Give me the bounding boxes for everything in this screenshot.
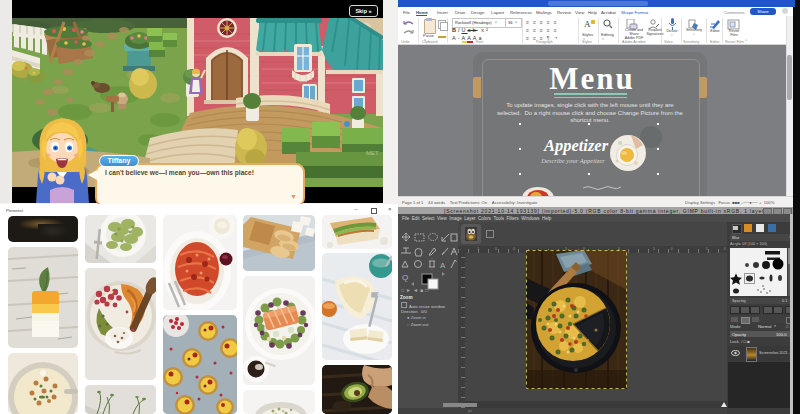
svg-text:A: A <box>440 261 446 270</box>
svg-text:Q: Q <box>402 273 408 282</box>
svg-text:MET: MET <box>366 150 379 156</box>
